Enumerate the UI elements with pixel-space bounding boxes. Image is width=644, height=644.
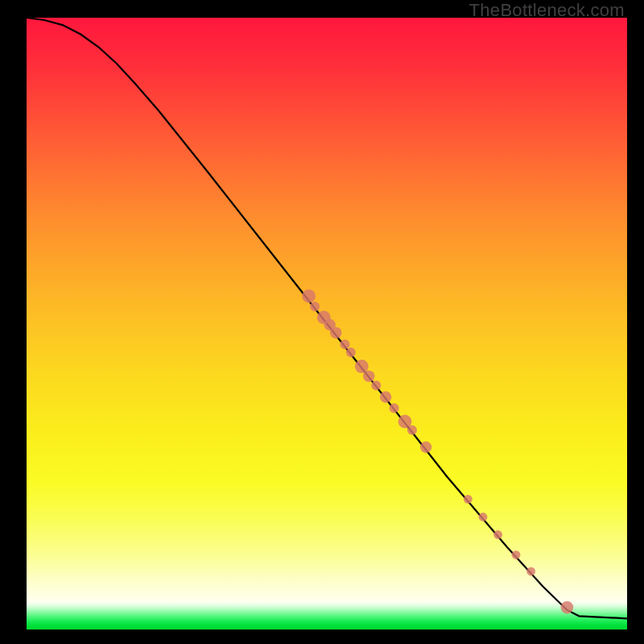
data-point: [363, 370, 374, 382]
data-point: [407, 425, 417, 435]
chart-stage: TheBottleneck.com: [0, 0, 644, 644]
chart-points: [302, 289, 573, 613]
data-point: [346, 348, 356, 357]
data-point: [380, 391, 391, 402]
data-point: [526, 567, 535, 576]
plot-area: [27, 18, 627, 630]
data-point: [561, 601, 574, 614]
data-point: [420, 441, 431, 452]
data-point: [340, 340, 349, 349]
data-point: [310, 302, 320, 312]
data-point: [512, 551, 521, 559]
data-point: [330, 327, 341, 338]
chart-svg: [27, 18, 627, 630]
data-point: [390, 403, 399, 413]
watermark-text: TheBottleneck.com: [469, 0, 625, 21]
data-point: [464, 495, 473, 504]
data-point: [479, 513, 488, 522]
data-point: [493, 530, 502, 539]
data-point: [371, 381, 381, 390]
data-point: [302, 289, 316, 303]
